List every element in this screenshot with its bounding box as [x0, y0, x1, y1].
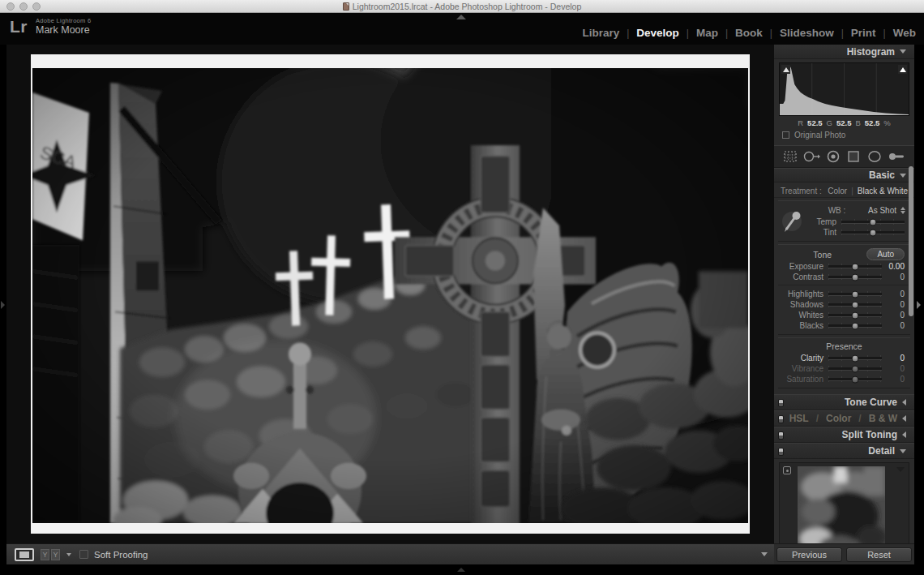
blacks-slider[interactable]	[828, 322, 882, 329]
r-value: 52.5	[807, 118, 823, 127]
hide-right-panel-arrow-icon[interactable]	[917, 301, 921, 309]
original-photo-checkbox[interactable]	[782, 131, 789, 139]
show-filmstrip-arrow-icon[interactable]	[457, 568, 465, 572]
soft-proofing-label: Soft Proofing	[94, 550, 148, 560]
close-window-button[interactable]	[6, 2, 15, 11]
histogram-section: R52.5 G52.5 B52.5 % Original Photo	[774, 59, 914, 145]
original-photo-row[interactable]: Original Photo	[779, 128, 909, 144]
identity-plate[interactable]: Lr Adobe Lightroom 6 Mark Moore	[10, 17, 91, 36]
tone-curve-panel-header[interactable]: Tone Curve	[774, 394, 914, 410]
highlights-slider[interactable]	[828, 290, 882, 298]
adjustment-brush-tool-icon[interactable]	[887, 149, 906, 164]
radial-filter-tool-icon[interactable]	[866, 149, 883, 164]
module-slideshow[interactable]: Slideshow	[780, 27, 834, 39]
shadows-slider[interactable]	[828, 301, 882, 308]
saturation-slider[interactable]	[828, 375, 882, 383]
clarity-slider-row: Clarity 0	[778, 353, 910, 363]
highlight-clipping-indicator[interactable]	[898, 65, 907, 74]
whites-label: Whites	[781, 311, 823, 320]
vibrance-slider[interactable]	[828, 365, 882, 372]
module-web[interactable]: Web	[893, 27, 916, 39]
highlights-label: Highlights	[781, 290, 823, 298]
graduated-filter-tool-icon[interactable]	[845, 149, 862, 164]
tint-slider[interactable]	[841, 229, 905, 236]
white-balance-dropper-icon[interactable]	[778, 204, 806, 238]
toolbar-options-dropdown-icon[interactable]	[761, 552, 768, 556]
exposure-label: Exposure	[781, 262, 823, 271]
blacks-label: Blacks	[781, 321, 823, 330]
temp-slider[interactable]	[841, 218, 905, 225]
panel-scrollbar[interactable]	[909, 166, 913, 316]
detail-panel-header[interactable]: Detail	[774, 443, 914, 459]
shadow-clipping-indicator[interactable]	[781, 65, 790, 74]
hsl-segment[interactable]: HSL	[789, 413, 809, 424]
split-toning-enable-switch[interactable]	[778, 431, 784, 440]
wb-row: WB : As Shot	[806, 204, 910, 217]
bw-segment[interactable]: B & W	[869, 413, 897, 424]
histogram-curve	[780, 63, 909, 115]
temp-slider-row: Temp	[806, 217, 910, 227]
percent-label: %	[883, 118, 890, 127]
filmstrip-strip	[0, 564, 924, 575]
detail-target-icon[interactable]	[783, 466, 791, 474]
histogram-panel-header[interactable]: Histogram	[774, 45, 914, 59]
vibrance-value: 0	[882, 364, 905, 373]
traffic-lights[interactable]	[6, 2, 41, 11]
treatment-separator: |	[851, 187, 853, 195]
shadows-slider-row: Shadows 0	[778, 299, 910, 310]
whites-value: 0	[882, 311, 905, 320]
histogram-display[interactable]	[779, 62, 909, 116]
hsl-color-bw-panel-header[interactable]: HSL / Color / B & W	[774, 410, 914, 427]
color-segment[interactable]: Color	[826, 413, 851, 424]
photo-canvas[interactable]: SCA	[32, 68, 748, 523]
module-print[interactable]: Print	[851, 27, 876, 39]
hsl-enable-switch[interactable]	[778, 415, 784, 423]
module-book[interactable]: Book	[735, 27, 763, 39]
reset-button[interactable]: Reset	[846, 547, 912, 562]
detail-collapse-triangle-icon[interactable]	[896, 467, 905, 472]
clarity-slider[interactable]	[828, 354, 882, 362]
detail-title: Detail	[868, 445, 895, 457]
module-separator: |	[627, 28, 629, 39]
before-after-dropdown-icon[interactable]	[66, 553, 71, 556]
red-eye-correction-tool-icon[interactable]	[825, 149, 841, 164]
detail-preview-image[interactable]	[798, 466, 885, 543]
tone-curve-enable-switch[interactable]	[778, 399, 784, 407]
minimize-window-button[interactable]	[19, 2, 28, 11]
before-view-glyph: Y	[41, 549, 49, 560]
treatment-row: Treatment : Color | Black & White	[774, 184, 914, 198]
auto-tone-button[interactable]: Auto	[866, 248, 905, 260]
module-develop[interactable]: Develop	[636, 27, 679, 39]
wb-updown-icon[interactable]	[900, 207, 905, 214]
contrast-slider[interactable]	[828, 273, 882, 281]
detail-enable-switch[interactable]	[778, 448, 784, 456]
show-left-panel-arrow-icon[interactable]	[1, 301, 5, 309]
split-toning-panel-header[interactable]: Split Toning	[774, 427, 914, 443]
before-after-view-icon[interactable]: Y Y	[41, 549, 60, 560]
contrast-value: 0	[882, 272, 905, 281]
soft-proofing-checkbox[interactable]	[79, 550, 88, 559]
hide-top-panel-arrow-icon[interactable]	[456, 15, 466, 19]
b-label: B	[855, 118, 860, 127]
whites-slider[interactable]	[828, 311, 882, 319]
basic-panel-header[interactable]: Basic	[774, 168, 914, 182]
exposure-value: 0.00	[882, 262, 905, 271]
module-map[interactable]: Map	[696, 27, 718, 39]
module-library[interactable]: Library	[582, 27, 619, 39]
panel-footer: Previous Reset	[774, 543, 914, 564]
split-toning-title: Split Toning	[842, 429, 897, 440]
basic-title: Basic	[869, 169, 895, 181]
crop-overlay-tool-icon[interactable]	[782, 149, 798, 164]
photo-frame[interactable]: SCA	[31, 54, 750, 534]
spot-removal-tool-icon[interactable]	[802, 149, 820, 164]
previous-button[interactable]: Previous	[776, 547, 842, 562]
exposure-slider[interactable]	[828, 263, 882, 270]
loupe-view-icon[interactable]	[15, 548, 34, 561]
wb-value-dropdown[interactable]: As Shot	[868, 206, 896, 215]
chevron-down-icon	[900, 49, 906, 54]
treatment-color-option[interactable]: Color	[828, 187, 847, 195]
saturation-label: Saturation	[781, 375, 823, 384]
zoom-window-button[interactable]	[32, 2, 41, 11]
treatment-bw-option[interactable]: Black & White	[858, 187, 908, 195]
basic-panel-body: Treatment : Color | Black & White	[774, 182, 914, 394]
